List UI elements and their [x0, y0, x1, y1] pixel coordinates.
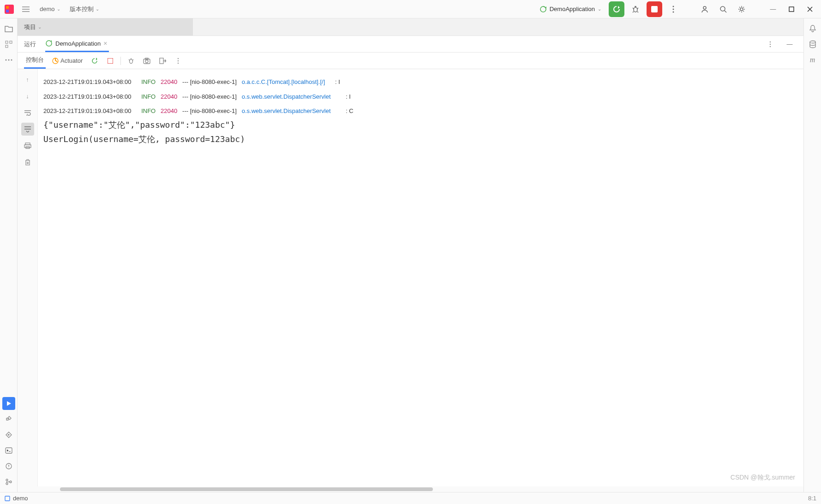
- stop-button[interactable]: [647, 1, 662, 17]
- svg-point-31: [770, 41, 771, 42]
- scroll-up-icon[interactable]: ↑: [21, 73, 34, 86]
- search-icon[interactable]: [716, 2, 731, 17]
- print-icon[interactable]: [21, 139, 34, 152]
- project-view-icon[interactable]: [2, 22, 15, 35]
- svg-point-6: [634, 7, 637, 12]
- account-icon[interactable]: [697, 2, 712, 17]
- soft-wrap-icon[interactable]: [21, 106, 34, 119]
- svg-point-19: [8, 59, 9, 61]
- log-line: 2023-12-21T19:01:19.043+08:00 INFO 22040…: [43, 89, 798, 103]
- svg-point-20: [11, 59, 12, 61]
- rerun-button[interactable]: [609, 1, 624, 17]
- right-tool-strip: m: [803, 18, 821, 492]
- tab-actuator[interactable]: Actuator: [52, 57, 83, 64]
- scroll-down-icon[interactable]: ↓: [21, 89, 34, 102]
- run-tabs: 运行 DemoApplication × —: [18, 36, 803, 53]
- tab-demo-application[interactable]: DemoApplication ×: [45, 36, 109, 52]
- exit-icon[interactable]: [157, 55, 168, 66]
- svg-point-42: [178, 58, 179, 59]
- chevron-down-icon: ⌄: [38, 24, 42, 30]
- spring-run-icon: [45, 40, 53, 47]
- services-icon[interactable]: [2, 428, 15, 441]
- svg-rect-14: [789, 7, 794, 12]
- rerun-icon[interactable]: [89, 55, 100, 66]
- build-tool-icon[interactable]: [2, 413, 15, 426]
- debug-button[interactable]: [628, 2, 643, 17]
- watermark: CSDN @翰戈.summer: [731, 474, 795, 482]
- tab-console[interactable]: 控制台: [24, 53, 46, 69]
- scroll-thumb[interactable]: [60, 487, 433, 491]
- menu-icon[interactable]: [18, 2, 33, 17]
- titlebar: demo ⌄ 版本控制 ⌄ DemoApplication ⌄ —: [0, 0, 821, 18]
- svg-point-11: [703, 6, 706, 9]
- problems-icon[interactable]: [2, 460, 15, 473]
- svg-point-28: [10, 481, 12, 483]
- svg-point-8: [673, 6, 674, 7]
- minimize-panel-icon[interactable]: —: [782, 37, 797, 52]
- svg-point-44: [178, 62, 179, 64]
- debug-attach-icon[interactable]: [126, 55, 137, 66]
- svg-point-37: [130, 59, 133, 63]
- svg-marker-21: [7, 401, 11, 406]
- svg-rect-17: [6, 45, 8, 47]
- svg-point-39: [145, 60, 148, 63]
- svg-rect-16: [10, 41, 12, 43]
- project-dropdown[interactable]: 项目 ⌄: [24, 23, 42, 31]
- tab-run-label: 运行: [24, 40, 36, 48]
- more-tools-icon[interactable]: [2, 53, 15, 66]
- log-line: 2023-12-21T19:01:19.043+08:00 INFO 22040…: [43, 103, 798, 118]
- close-window[interactable]: [803, 2, 817, 17]
- svg-point-43: [178, 60, 179, 61]
- tab-run[interactable]: 运行: [24, 36, 38, 52]
- console-output[interactable]: 2023-12-21T19:01:19.043+08:00 INFO 22040…: [38, 69, 803, 486]
- vcs-selector[interactable]: 版本控制 ⌄: [67, 3, 102, 15]
- vcs-label: 版本控制: [70, 5, 94, 13]
- scroll-to-end-icon[interactable]: [21, 123, 34, 136]
- git-icon[interactable]: [2, 475, 15, 488]
- console-toolbar: 控制台 Actuator: [18, 53, 803, 69]
- status-module: demo: [13, 495, 28, 502]
- module-icon: [5, 496, 10, 501]
- chevron-down-icon: ⌄: [57, 6, 60, 12]
- svg-point-18: [5, 59, 6, 61]
- svg-marker-23: [8, 434, 10, 436]
- notifications-icon[interactable]: [806, 22, 819, 35]
- more-icon[interactable]: [173, 55, 184, 66]
- project-selector[interactable]: demo ⌄: [37, 4, 63, 14]
- maximize-window[interactable]: [784, 2, 799, 17]
- svg-rect-36: [108, 58, 113, 64]
- svg-marker-35: [96, 58, 97, 60]
- log-line: {"username":"艾伦","password":"123abc"}: [43, 118, 798, 132]
- svg-rect-46: [24, 145, 31, 148]
- structure-view-icon[interactable]: [2, 38, 15, 51]
- maven-icon[interactable]: m: [806, 53, 819, 66]
- project-bar-label: 项目: [24, 23, 36, 31]
- svg-point-13: [740, 8, 743, 11]
- chevron-down-icon: ⌄: [598, 6, 601, 12]
- database-icon[interactable]: [806, 38, 819, 51]
- log-line: 2023-12-21T19:01:19.043+08:00 INFO 22040…: [43, 74, 798, 89]
- run-tool-icon[interactable]: [2, 397, 15, 410]
- project-bar: 项目 ⌄: [18, 18, 803, 36]
- svg-rect-2: [6, 10, 9, 12]
- log-line: UserLogin(username=艾伦, password=123abc): [43, 132, 798, 147]
- tab-app-label: DemoApplication: [55, 40, 101, 47]
- svg-point-29: [46, 41, 52, 46]
- terminal-icon[interactable]: [2, 444, 15, 457]
- run-configuration[interactable]: DemoApplication ⌄: [536, 4, 605, 15]
- horizontal-scrollbar[interactable]: [18, 486, 803, 492]
- left-tool-strip: [0, 18, 18, 492]
- svg-point-10: [673, 11, 674, 12]
- more-actions-icon[interactable]: [666, 2, 681, 17]
- svg-point-32: [770, 43, 771, 45]
- svg-marker-5: [618, 6, 620, 9]
- stop-icon[interactable]: [105, 55, 116, 66]
- settings-icon[interactable]: [734, 2, 749, 17]
- snapshot-icon[interactable]: [141, 55, 152, 66]
- app-logo: [4, 4, 15, 15]
- minimize-window[interactable]: —: [766, 2, 780, 17]
- close-icon[interactable]: ×: [103, 40, 107, 47]
- svg-point-48: [810, 41, 815, 43]
- tab-options-icon[interactable]: [763, 37, 778, 52]
- clear-icon[interactable]: [21, 156, 34, 169]
